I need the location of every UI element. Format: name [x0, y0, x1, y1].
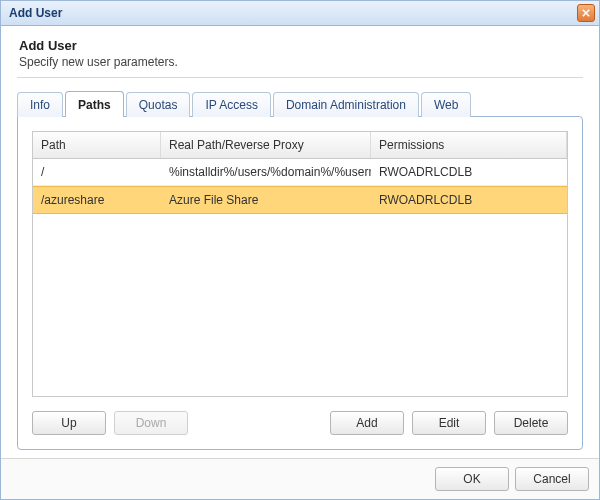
add-button[interactable]: Add — [330, 411, 404, 435]
delete-button[interactable]: Delete — [494, 411, 568, 435]
tab-web[interactable]: Web — [421, 92, 471, 117]
page-title: Add User — [19, 38, 583, 53]
cell-permissions: RWOADRLCDLB — [371, 159, 567, 185]
edit-button[interactable]: Edit — [412, 411, 486, 435]
cell-real-path: %installdir%/users/%domain%/%username% — [161, 159, 371, 185]
paths-grid: Path Real Path/Reverse Proxy Permissions… — [32, 131, 568, 397]
header-block: Add User Specify new user parameters. — [17, 36, 583, 78]
ok-button[interactable]: OK — [435, 467, 509, 491]
cell-permissions: RWOADRLCDLB — [371, 187, 567, 213]
col-header-permissions[interactable]: Permissions — [371, 132, 567, 158]
cell-real-path: Azure File Share — [161, 187, 371, 213]
cell-path: / — [33, 159, 161, 185]
dialog-body: Add User Specify new user parameters. In… — [1, 26, 599, 458]
close-icon — [582, 9, 590, 17]
down-button: Down — [114, 411, 188, 435]
tab-ip-access[interactable]: IP Access — [192, 92, 270, 117]
page-subtitle: Specify new user parameters. — [19, 55, 583, 69]
table-row[interactable]: / %installdir%/users/%domain%/%username%… — [33, 159, 567, 186]
add-user-dialog: Add User Add User Specify new user param… — [0, 0, 600, 500]
col-header-real-path[interactable]: Real Path/Reverse Proxy — [161, 132, 371, 158]
tab-quotas[interactable]: Quotas — [126, 92, 191, 117]
tab-paths[interactable]: Paths — [65, 91, 124, 117]
paths-panel: Path Real Path/Reverse Proxy Permissions… — [17, 116, 583, 450]
tab-info[interactable]: Info — [17, 92, 63, 117]
col-header-path[interactable]: Path — [33, 132, 161, 158]
cell-path: /azureshare — [33, 187, 161, 213]
dialog-title: Add User — [9, 6, 577, 20]
grid-header: Path Real Path/Reverse Proxy Permissions — [33, 132, 567, 159]
tab-domain-administration[interactable]: Domain Administration — [273, 92, 419, 117]
up-button[interactable]: Up — [32, 411, 106, 435]
close-button[interactable] — [577, 4, 595, 22]
tabstrip: Info Paths Quotas IP Access Domain Admin… — [17, 90, 583, 116]
grid-body: / %installdir%/users/%domain%/%username%… — [33, 159, 567, 396]
dialog-footer: OK Cancel — [1, 458, 599, 499]
panel-buttons: Up Down Add Edit Delete — [32, 411, 568, 435]
spacer — [196, 411, 322, 435]
cancel-button[interactable]: Cancel — [515, 467, 589, 491]
table-row[interactable]: /azureshare Azure File Share RWOADRLCDLB — [33, 186, 567, 214]
titlebar: Add User — [1, 1, 599, 26]
